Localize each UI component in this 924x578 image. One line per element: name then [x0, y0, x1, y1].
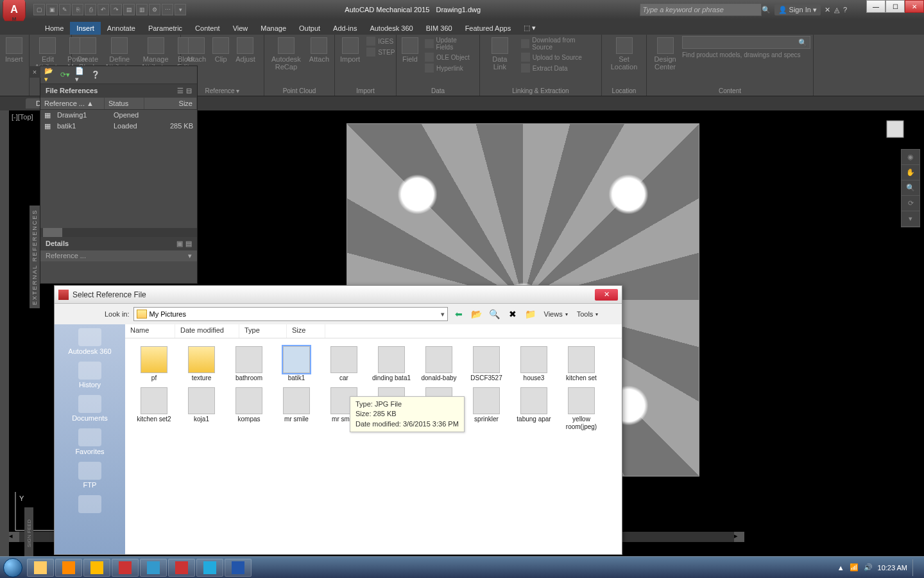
ribbon-tab-add-ins[interactable]: Add-ins — [327, 22, 363, 35]
sidebar-item-history[interactable]: History — [78, 362, 101, 389]
mediaplayer-icon[interactable] — [55, 559, 82, 577]
qat-undo-icon[interactable]: ↶ — [98, 4, 109, 15]
ribbon-button-data-link[interactable]: Data Link — [483, 36, 517, 72]
help-icon[interactable]: ? — [843, 6, 847, 13]
file-item[interactable]: batik1 — [273, 344, 320, 385]
design-feed-tab[interactable]: SIGN FEED — [24, 507, 33, 559]
panel-label[interactable]: Import — [335, 86, 396, 96]
show-desktop-button[interactable] — [912, 559, 918, 576]
explorer-icon[interactable] — [27, 559, 54, 577]
qat-save-icon[interactable]: ✎ — [59, 4, 71, 15]
app-icon-3[interactable] — [168, 559, 195, 577]
nav-orbit-icon[interactable]: ⟳ — [902, 196, 920, 211]
file-item[interactable]: yellow room(jpeg) — [558, 385, 605, 434]
file-item[interactable]: kitchen set2 — [130, 385, 178, 434]
close-button[interactable]: ✕ — [905, 0, 924, 13]
qat-open-icon[interactable]: ▣ — [46, 4, 58, 15]
panel-label[interactable]: Content — [647, 86, 813, 96]
qat-new-icon[interactable]: ▢ — [33, 4, 45, 15]
file-item[interactable]: mr smile — [273, 385, 320, 434]
panel-label[interactable]: Point Cloud — [264, 86, 334, 96]
viewcube[interactable] — [879, 113, 911, 145]
exchange-icon[interactable]: ✕ — [825, 6, 830, 14]
a360-icon[interactable]: ◬ — [834, 6, 839, 14]
ribbon-tab-view[interactable]: View — [227, 22, 255, 35]
file-item[interactable]: bathroom — [225, 344, 273, 385]
external-references-tab[interactable]: EXTERNAL REFERENCES — [30, 206, 40, 308]
search-icon[interactable]: 🔍 — [762, 6, 771, 14]
xref-attach-icon[interactable]: 📂▾ — [44, 70, 55, 80]
ribbon-tab-more[interactable]: ⬚ ▾ — [517, 21, 542, 35]
chevron-down-icon[interactable]: ▾ — [441, 310, 445, 319]
ribbon-tab-featured-apps[interactable]: Featured Apps — [459, 22, 518, 35]
nav-more-icon[interactable]: ▾ — [902, 211, 920, 227]
word-icon[interactable] — [225, 559, 252, 577]
ribbon-tab-parametric[interactable]: Parametric — [142, 22, 189, 35]
delete-icon[interactable]: ✖ — [506, 307, 520, 321]
sidebar-item-favorites[interactable]: Favorites — [75, 428, 104, 455]
dialog-close-button[interactable]: ✕ — [595, 289, 618, 301]
ribbon-item-ole-object[interactable]: OLE Object — [422, 52, 477, 62]
ribbon-button-insert[interactable]: Insert — [3, 36, 26, 64]
xref-tree-icon[interactable]: ⊟ — [186, 87, 192, 95]
sidebar-item-desktop[interactable] — [78, 495, 101, 514]
maximize-button[interactable]: ☐ — [886, 0, 905, 13]
file-item[interactable]: house3 — [510, 344, 558, 385]
file-item[interactable]: koja1 — [178, 385, 225, 434]
qat-btn9-icon[interactable]: ▥ — [136, 4, 148, 15]
app-icon-1[interactable] — [83, 559, 110, 577]
sidebar-item-ftp[interactable]: FTP — [78, 462, 101, 489]
ribbon-button-import[interactable]: Import — [338, 36, 363, 64]
tools-menu[interactable]: Tools ▾ — [574, 310, 601, 318]
qat-btn10-icon[interactable]: ⚙ — [149, 4, 160, 15]
content-search-input[interactable]: 🔍 — [682, 36, 810, 49]
ribbon-tab-home[interactable]: Home — [38, 22, 70, 35]
ribbon-button-attach[interactable]: Attach — [307, 36, 332, 64]
back-icon[interactable]: ⬅ — [452, 307, 466, 321]
file-item[interactable]: kitchen set — [558, 344, 605, 385]
qat-more-icon[interactable]: ▾ — [175, 4, 186, 15]
lookin-combo[interactable]: My Pictures ▾ — [133, 307, 448, 321]
ribbon-tab-autodesk-360[interactable]: Autodesk 360 — [363, 22, 419, 35]
ribbon-button-autodesk-recap[interactable]: Autodesk ReCap — [267, 36, 305, 72]
ribbon-button-set-location[interactable]: Set Location — [604, 36, 644, 72]
ie-icon[interactable] — [196, 559, 223, 577]
ribbon-tab-insert[interactable]: Insert — [70, 22, 101, 35]
left-toolbar[interactable] — [0, 110, 9, 559]
panel-label[interactable]: Linking & Extraction — [480, 86, 601, 96]
start-button[interactable] — [0, 557, 26, 579]
xref-row[interactable]: ▦batik1Loaded285 KB — [40, 121, 197, 132]
ribbon-item-upload-to-source[interactable]: Upload to Source — [518, 52, 599, 62]
chevron-down-icon[interactable]: ▾ — [188, 252, 192, 260]
panel-label[interactable]: Data — [397, 86, 479, 96]
ribbon-item-step[interactable]: STEP — [364, 47, 397, 57]
file-item[interactable]: sprinkler — [463, 385, 510, 434]
file-item[interactable]: dinding bata1 — [368, 344, 415, 385]
system-tray[interactable]: ▲ 📶 🔊 10:23 AM — [831, 559, 924, 576]
xref-det-icon1[interactable]: ▣ — [176, 240, 183, 248]
ribbon-tab-manage[interactable]: Manage — [254, 22, 293, 35]
ribbon-item-download-from-source[interactable]: Download from Source — [518, 36, 599, 51]
ribbon-button-field[interactable]: Field — [399, 36, 421, 64]
file-item[interactable]: DSCF3527 — [463, 344, 510, 385]
file-item[interactable]: car — [320, 344, 368, 385]
panel-label[interactable]: Location — [602, 86, 646, 96]
nav-pan-icon[interactable]: ✋ — [902, 165, 920, 180]
autocad-taskbar-icon[interactable] — [112, 559, 139, 577]
navigation-bar[interactable]: ◉ ✋ 🔍 ⟳ ▾ — [901, 149, 920, 227]
ribbon-button-design-center[interactable]: Design Center — [649, 36, 681, 72]
tray-clock[interactable]: 10:23 AM — [878, 564, 907, 572]
qat-print-icon[interactable]: ⎙ — [85, 4, 96, 15]
dialog-titlebar[interactable]: Select Reference File ✕ — [55, 286, 622, 304]
qat-btn8-icon[interactable]: ▤ — [123, 4, 135, 15]
sidebar-item-autodesk-360[interactable]: Autodesk 360 — [68, 328, 111, 355]
dialog-columns[interactable]: Name Date modified Type Size — [125, 324, 622, 338]
ribbon-button-attach[interactable]: Attach — [184, 36, 209, 64]
sign-in-button[interactable]: 👤 Sign In ▾ — [774, 4, 821, 15]
new-folder-icon[interactable]: 📁 — [524, 307, 538, 321]
ribbon-item-iges[interactable]: IGES — [364, 36, 397, 46]
nav-zoom-icon[interactable]: 🔍 — [902, 180, 920, 196]
ribbon-tab-annotate[interactable]: Annotate — [101, 22, 142, 35]
xref-det-icon2[interactable]: ▤ — [185, 240, 192, 248]
file-grid[interactable]: Type: JPG File Size: 285 KB Date modifie… — [125, 338, 622, 554]
